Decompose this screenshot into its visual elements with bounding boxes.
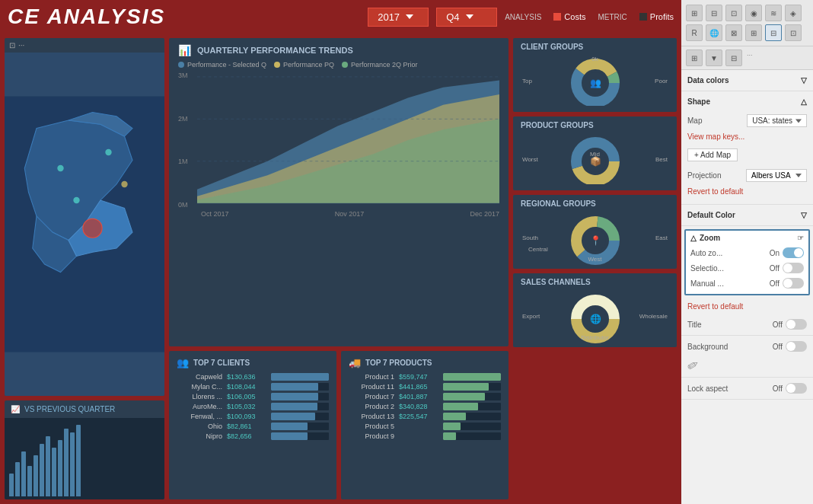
title-switch[interactable] — [786, 319, 807, 330]
product-bar-6 — [443, 432, 456, 440]
lock-aspect-switch[interactable] — [786, 383, 807, 394]
products-table: Product 1 $559,747 Product 11 $441,865 P… — [349, 373, 501, 440]
zoom-title: △ Zoom ☞ — [690, 234, 804, 242]
projection-row: Projection Albers USA — [687, 167, 807, 184]
svg-text:📍: 📍 — [589, 234, 601, 246]
product-bar-0 — [443, 373, 501, 381]
background-row: Background Off — [687, 339, 807, 354]
sidebar-icon-13[interactable]: ⊞ — [686, 49, 703, 66]
selection-zoom-switch[interactable] — [783, 263, 804, 273]
regional-groups-donut: 📍 South Central East West — [521, 211, 669, 264]
sidebar-icon-5[interactable]: ≋ — [765, 5, 782, 21]
client-row-1: Mylan C... $108,044 — [177, 383, 329, 391]
sidebar-icon-6[interactable]: ◈ — [785, 5, 802, 21]
chevron-up-icon: △ — [801, 97, 807, 106]
map-select[interactable]: USA: states — [747, 114, 807, 127]
title-row: Title Off — [687, 317, 807, 332]
client-bar-2 — [271, 393, 318, 400]
data-colors-header[interactable]: Data colors ▽ — [687, 73, 807, 88]
cursor-icon: ☞ — [797, 234, 804, 242]
page-title: CE ANALYSIS — [8, 5, 165, 29]
zoom-section: △ Zoom ☞ Auto zo... On Selectio... Off — [684, 229, 810, 295]
client-row-4: Fenwal, ... $100,093 — [177, 413, 329, 420]
vs-chart — [5, 418, 164, 499]
client-bar-5 — [271, 423, 308, 430]
product-bar-4 — [443, 413, 466, 420]
sidebar-icon-8[interactable]: 🌐 — [706, 24, 722, 41]
vs-card: 📈 VS PREVIOUS QUARTER — [5, 400, 164, 499]
year-dropdown[interactable]: 2017 — [368, 8, 429, 27]
vs-bar — [70, 432, 75, 496]
projection-select[interactable]: Albers USA — [746, 169, 807, 182]
selection-zoom-toggle[interactable]: Off — [770, 263, 804, 273]
vs-bar — [9, 474, 14, 496]
vs-bar — [21, 451, 26, 496]
product-bar-3 — [443, 403, 478, 410]
lock-aspect-toggle[interactable]: Off — [773, 383, 807, 394]
sidebar-icon-15[interactable]: ⊟ — [725, 49, 742, 66]
chart-legend: Performance - Selected Q Performance PQ … — [178, 61, 499, 69]
add-map-row: + Add Map — [687, 143, 807, 167]
product-groups-donut: 📦 Worst Mid Best — [521, 132, 669, 186]
client-bar-6 — [271, 432, 308, 440]
manual-zoom-switch[interactable] — [783, 278, 804, 289]
sidebar-icon-3[interactable]: ⊡ — [725, 5, 742, 21]
client-row-0: Capweld $130,636 — [177, 373, 329, 381]
svg-point-4 — [73, 197, 79, 203]
client-row-5: Ohio $82,861 — [177, 423, 329, 430]
manual-zoom-toggle[interactable]: Off — [770, 278, 804, 289]
revert-default2-row: Revert to default — [681, 298, 813, 314]
sidebar-icons-row2: ⊞ ▼ ⊟ ··· — [681, 46, 813, 70]
add-map-button[interactable]: + Add Map — [687, 148, 738, 161]
products-title: 🚚 TOP 7 PRODUCTS — [349, 357, 501, 368]
clients-card: 👥 TOP 7 CLIENTS Capweld $130,636 Mylan C… — [169, 351, 336, 499]
edit-icon: ✏ — [684, 356, 703, 376]
quarter-dropdown[interactable]: Q4 — [436, 8, 497, 27]
sidebar-icon-4[interactable]: ◉ — [745, 5, 762, 21]
title-section: Title Off — [681, 314, 813, 336]
sidebar-icon-11[interactable]: ⊟ — [765, 24, 782, 41]
sidebar-icon-14[interactable]: ▼ — [706, 49, 722, 66]
auto-zoom-switch[interactable] — [783, 247, 804, 258]
sidebar-icon-7[interactable]: R — [686, 24, 703, 41]
background-toggle[interactable]: Off — [773, 341, 807, 352]
vs-bar — [33, 455, 38, 496]
shape-section: Shape △ Map USA: states View map keys...… — [681, 91, 813, 205]
client-bar-0 — [271, 373, 329, 381]
vs-title: 📈 VS PREVIOUS QUARTER — [5, 400, 164, 418]
default-color-header[interactable]: Default Color ▽ — [687, 208, 807, 222]
map-toolbar: ⊡ ··· — [9, 41, 24, 49]
title-toggle[interactable]: Off — [773, 319, 807, 330]
client-groups-donut: 👥 0k Top Poor — [521, 54, 669, 107]
legend-item-selected: Performance - Selected Q — [178, 61, 266, 69]
svg-point-5 — [121, 181, 127, 187]
map-svg — [5, 53, 164, 396]
vs-bar — [58, 440, 62, 496]
client-row-3: AuroMe... $105,032 — [177, 403, 329, 410]
auto-zoom-toggle[interactable]: On — [770, 247, 804, 258]
clients-table: Capweld $130,636 Mylan C... $108,044 Llo… — [177, 373, 329, 440]
legend-item-2q: Performance 2Q Prior — [342, 61, 418, 69]
sidebar-dots: ··· — [745, 49, 754, 66]
map-row: Map USA: states — [687, 112, 807, 129]
right-panel: CLIENT GROUPS 👥 0k Top Poor — [513, 38, 677, 499]
shape-content: Map USA: states View map keys... + Add M… — [687, 109, 807, 201]
manual-zoom-row: Manual ... Off — [690, 276, 804, 291]
sidebar-icon-12[interactable]: ⊡ — [785, 24, 802, 41]
background-section: Background Off ✏ — [681, 336, 813, 378]
costs-metric: Costs — [553, 12, 585, 21]
sidebar-icon-2[interactable]: ⊟ — [706, 5, 722, 21]
sidebar-icon-10[interactable]: ⊞ — [745, 24, 762, 41]
sales-channels-card: SALES CHANNELS 🌐 Export Wholesale Distri… — [513, 273, 677, 347]
shape-header[interactable]: Shape △ — [687, 94, 807, 109]
background-switch[interactable] — [786, 341, 807, 352]
map-menu-icon: ··· — [18, 41, 24, 49]
svg-point-2 — [57, 165, 63, 171]
svg-point-1 — [83, 219, 102, 238]
revert-default-row: Revert to default — [687, 184, 807, 198]
sidebar-icon-9[interactable]: ⊠ — [725, 24, 742, 41]
sidebar-icon-1[interactable]: ⊞ — [686, 5, 703, 21]
format-sidebar: ⊞ ⊟ ⊡ ◉ ≋ ◈ R 🌐 ⊠ ⊞ ⊟ ⊡ ⊞ ▼ ⊟ ··· Data c… — [681, 0, 813, 504]
map-container — [5, 53, 164, 396]
product-groups-card: PRODUCT GROUPS 📦 Worst Mid Best — [513, 116, 677, 190]
